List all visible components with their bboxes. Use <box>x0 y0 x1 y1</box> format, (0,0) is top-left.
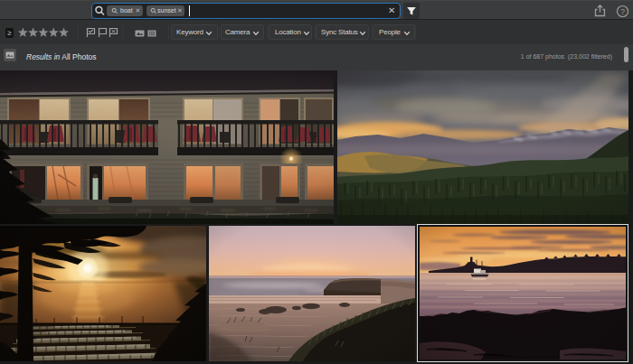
svg-text:?: ? <box>620 6 625 15</box>
